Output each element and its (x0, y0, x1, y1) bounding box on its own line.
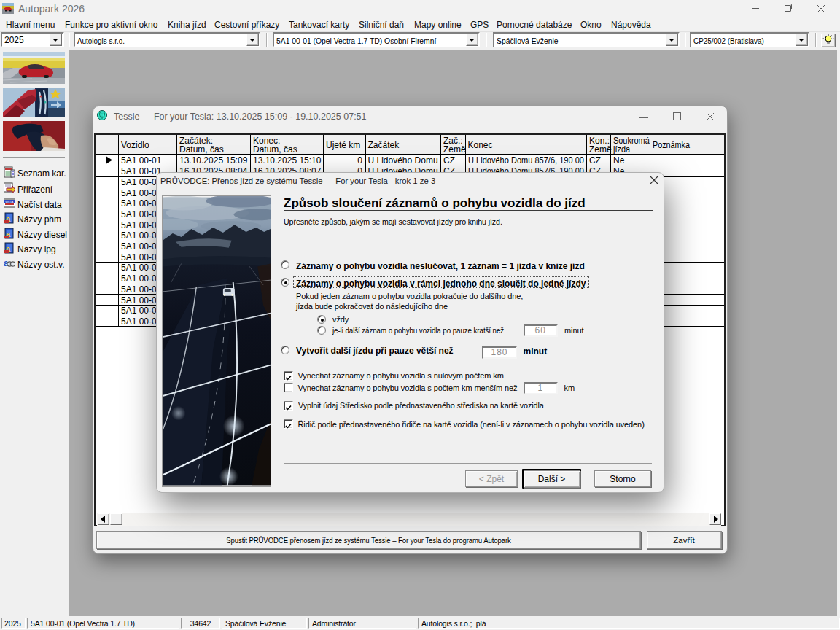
svg-text:VISTA: VISTA (5, 200, 14, 203)
